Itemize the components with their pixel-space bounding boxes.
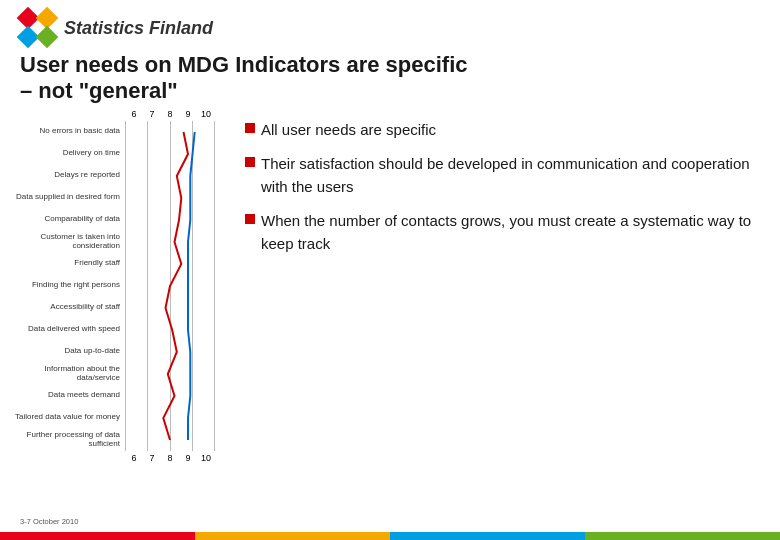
bot-axis-9: 9 [179,453,197,463]
bullet-square-2 [245,214,255,224]
top-axis-7: 7 [143,109,161,119]
footer-red [0,532,195,540]
bullet-item-0: All user needs are specific [245,119,755,142]
text-section: All user needs are specificTheir satisfa… [220,109,770,529]
top-axis-8: 8 [161,109,179,119]
page-title: User needs on MDG Indicators are specifi… [20,52,760,105]
title-block: User needs on MDG Indicators are specifi… [0,52,780,109]
top-axis-9: 9 [179,109,197,119]
bullet-item-2: When the number of contacts grows, you m… [245,210,755,255]
row-label-3: Data supplied in desired form [10,193,125,202]
row-label-0: No errors in basic data [10,127,125,136]
bot-axis-10: 10 [197,453,215,463]
logo-diamonds [20,10,56,46]
footer-green [585,532,780,540]
row-label-13: Tailored data value for money [10,413,125,422]
row-label-6: Friendly staff [10,259,125,268]
bullet-item-1: Their satisfaction should be developed i… [245,153,755,198]
bot-axis-8: 8 [161,453,179,463]
row-label-1: Delivery on time [10,149,125,158]
bullet-square-0 [245,123,255,133]
row-label-12: Data meets demand [10,391,125,400]
footnote: 3-7 October 2010 [20,517,78,526]
chart-section: 6 7 8 9 10 No errors in basic dataDelive… [10,109,220,529]
footer-blue [390,532,585,540]
row-label-5: Customer is taken into consideration [10,233,125,251]
bullet-square-1 [245,157,255,167]
chart-rows: No errors in basic dataDelivery on timeD… [10,121,220,451]
bullet-text-1: Their satisfaction should be developed i… [261,153,755,198]
row-label-11: Information about the data/service [10,365,125,383]
footer-yellow [195,532,390,540]
top-axis-10: 10 [197,109,215,119]
header: Statistics Finland [0,0,780,52]
diamond-green [36,26,59,49]
row-label-10: Data up-to-date [10,347,125,356]
row-label-9: Data delivered with speed [10,325,125,334]
bullet-list: All user needs are specificTheir satisfa… [245,119,755,256]
chart-svg [125,121,215,451]
main-content: 6 7 8 9 10 No errors in basic dataDelive… [0,109,780,529]
row-label-8: Accessibility of staff [10,303,125,312]
top-axis-6: 6 [125,109,143,119]
footer-bar [0,532,780,540]
bullet-text-2: When the number of contacts grows, you m… [261,210,755,255]
bullet-text-0: All user needs are specific [261,119,436,142]
row-label-14: Further processing of data sufficient [10,431,125,449]
logo-text: Statistics Finland [64,18,213,39]
row-label-2: Delays re reported [10,171,125,180]
bot-axis-7: 7 [143,453,161,463]
logo: Statistics Finland [20,10,213,46]
row-label-7: Finding the right persons [10,281,125,290]
row-label-4: Comparability of data [10,215,125,224]
bot-axis-6: 6 [125,453,143,463]
